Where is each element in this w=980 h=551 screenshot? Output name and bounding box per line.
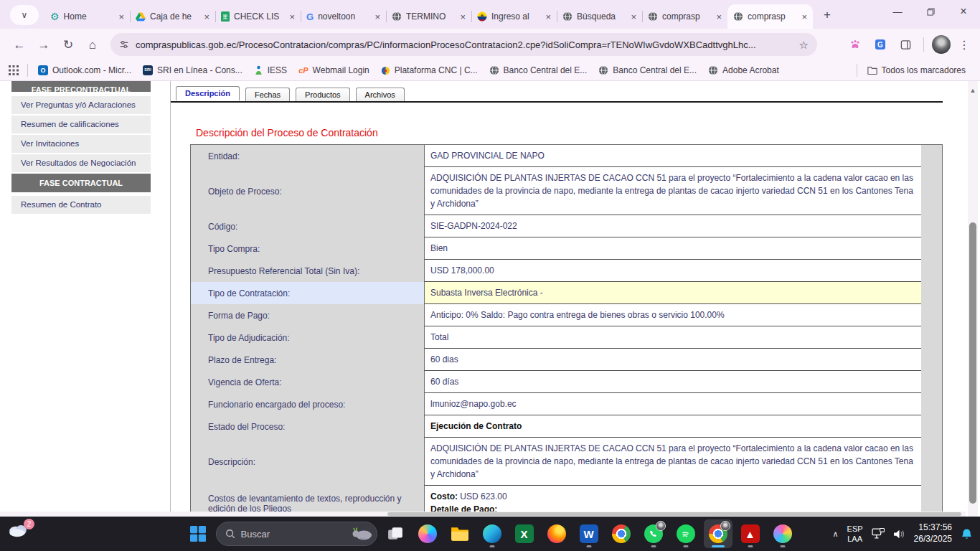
bookmark-item[interactable]: Banco Central del E... xyxy=(593,63,702,77)
tab-close-icon[interactable]: × xyxy=(204,12,209,22)
row-value: ADQUISICIÓN DE PLANTAS INJERTAS DE CACAO… xyxy=(424,438,921,486)
tab-close-icon[interactable]: × xyxy=(289,12,295,22)
tab-close-icon[interactable]: × xyxy=(374,12,380,22)
browser-tab[interactable]: TERMINO× xyxy=(386,4,471,29)
content-tab[interactable]: Fechas xyxy=(245,88,290,101)
copilot-icon xyxy=(418,524,437,543)
browser-tab[interactable]: ⚙Home× xyxy=(44,4,130,29)
content-tab[interactable]: Archivos xyxy=(356,88,405,101)
sidebar-item[interactable]: Ver Invitaciones xyxy=(11,135,151,153)
excel-taskbar-icon[interactable]: X xyxy=(510,519,539,548)
running-indicator xyxy=(489,545,494,547)
tab-close-icon[interactable]: × xyxy=(801,12,807,22)
bookmark-item[interactable]: Plataforma CNC | C... xyxy=(375,63,484,77)
tab-close-icon[interactable]: × xyxy=(545,12,551,22)
search-placeholder: Buscar xyxy=(241,529,345,540)
profile-avatar[interactable] xyxy=(932,35,951,54)
bookmark-item[interactable]: OOutlook.com - Micr... xyxy=(32,63,137,77)
task-view-taskbar-icon[interactable] xyxy=(381,519,410,548)
tab-close-icon[interactable]: × xyxy=(631,12,636,22)
address-bar[interactable]: compraspublicas.gob.ec/ProcesoContrataci… xyxy=(110,33,817,56)
browser-tab[interactable]: Búsqueda× xyxy=(557,4,642,29)
apps-grid-icon[interactable] xyxy=(9,65,19,75)
tune-icon[interactable] xyxy=(119,39,129,50)
word-taskbar-icon[interactable]: W xyxy=(575,519,603,548)
windows-icon xyxy=(190,526,206,542)
notifications-bell-icon[interactable] xyxy=(961,528,973,540)
acrobat-taskbar-icon[interactable]: ▲ xyxy=(736,519,765,548)
browser-tab[interactable]: comprasp× xyxy=(727,4,813,29)
copilot-taskbar-icon[interactable] xyxy=(413,519,442,548)
home-button[interactable]: ⌂ xyxy=(80,32,105,57)
extension-paw-icon[interactable] xyxy=(845,34,865,55)
chrome-taskbar-icon[interactable] xyxy=(607,519,636,548)
side-panel-icon[interactable] xyxy=(895,34,915,55)
paint-taskbar-icon[interactable] xyxy=(768,519,797,548)
forward-button[interactable]: → xyxy=(32,32,56,57)
clock-widget[interactable]: 15:37:56 26/3/2025 xyxy=(914,522,952,545)
content-tab[interactable]: Descripción xyxy=(176,86,240,101)
window-close-button[interactable]: × xyxy=(947,0,980,23)
clock-date: 26/3/2025 xyxy=(914,534,952,545)
browser-tab[interactable]: comprasp× xyxy=(642,4,727,29)
bookmark-label: Plataforma CNC | C... xyxy=(395,65,478,75)
page-title: Descripción del Proceso de Contratación xyxy=(190,103,943,144)
bookmark-item[interactable]: cPWebmail Login xyxy=(293,63,375,77)
spotify-taskbar-icon[interactable] xyxy=(672,519,700,548)
tab-close-icon[interactable]: × xyxy=(460,12,466,22)
start-button[interactable] xyxy=(184,519,212,548)
tab-close-icon[interactable]: × xyxy=(118,12,124,22)
horizontal-scrollbar[interactable] xyxy=(0,512,966,517)
row-value: GAD PROVINCIAL DE NAPO xyxy=(424,145,921,167)
reload-button[interactable]: ↻ xyxy=(56,32,80,57)
sidebar-item[interactable]: Ver Preguntas y/ó Aclaraciones xyxy=(11,96,151,114)
browser-tab[interactable]: Gnoveltoon× xyxy=(301,4,386,29)
file-explorer-taskbar-icon[interactable] xyxy=(446,519,474,548)
bookmarks-list: OOutlook.com - Micr...SRISRI en Línea - … xyxy=(32,63,785,77)
edge-taskbar-icon[interactable] xyxy=(478,519,507,548)
window-restore-button[interactable] xyxy=(914,0,947,23)
translate-icon[interactable]: G xyxy=(870,34,890,55)
window-minimize-button[interactable]: — xyxy=(881,0,914,23)
bookmark-star-icon[interactable]: ☆ xyxy=(799,39,809,50)
bookmark-item[interactable]: Banco Central del E... xyxy=(484,63,593,77)
sidebar-item[interactable]: Ver Resultados de Negociación xyxy=(11,154,151,172)
firefox-taskbar-icon[interactable] xyxy=(542,519,571,548)
bookmark-item[interactable]: Adobe Acrobat xyxy=(702,63,785,77)
back-button[interactable]: ← xyxy=(7,32,32,57)
outlook-icon: O xyxy=(38,65,48,75)
bookmark-item[interactable]: SRISRI en Línea - Cons... xyxy=(137,63,248,77)
sidebar-item[interactable]: Resumen de calificaciones xyxy=(11,116,151,133)
browser-menu-button[interactable]: ⋮ xyxy=(956,38,973,52)
tab-close-icon[interactable]: × xyxy=(716,12,722,22)
network-icon[interactable] xyxy=(872,528,885,540)
language-line2: LAA xyxy=(847,534,863,544)
table-row: Tipo de Contratación:Subasta Inversa Ele… xyxy=(191,282,942,304)
sidebar-item[interactable]: Resumen de Contrato xyxy=(11,196,151,214)
volume-icon[interactable] xyxy=(893,529,905,540)
weather-widget[interactable]: 2 xyxy=(7,522,36,546)
spotify-icon xyxy=(677,524,695,543)
whatsapp-taskbar-icon[interactable] xyxy=(639,519,668,548)
tray-chevron-up-icon[interactable]: ∧ xyxy=(833,529,839,539)
bookmark-item[interactable]: IESS xyxy=(248,63,293,77)
tab-title: Caja de he xyxy=(150,11,199,22)
taskbar-search[interactable]: Buscar xyxy=(216,522,377,546)
chrome-profile-taskbar-icon[interactable] xyxy=(704,519,732,548)
language-indicator[interactable]: ESP LAA xyxy=(847,524,863,545)
browser-tab[interactable]: Caja de he× xyxy=(130,4,215,29)
table-row: Descripción:ADQUISICIÓN DE PLANTAS INJER… xyxy=(191,438,942,486)
tab-search-button[interactable]: ∨ xyxy=(10,5,39,25)
scroll-up-arrow-icon[interactable]: ▲ xyxy=(968,87,978,94)
acrobat-icon: ▲ xyxy=(741,524,760,543)
bookmarks-divider xyxy=(27,64,28,77)
new-tab-button[interactable]: + xyxy=(817,5,837,25)
table-row: Plazo de Entrega:60 dias xyxy=(191,349,942,371)
content-tab[interactable]: Productos xyxy=(296,88,350,101)
all-bookmarks-button[interactable]: Todos los marcadores xyxy=(862,63,971,77)
vertical-scrollbar[interactable]: ▲ xyxy=(968,81,978,517)
browser-tab[interactable]: Ingreso al× xyxy=(471,4,557,29)
horizontal-scrollbar-thumb[interactable] xyxy=(387,512,961,516)
vertical-scrollbar-thumb[interactable] xyxy=(969,222,976,504)
browser-tab[interactable]: CHECK LIS× xyxy=(215,4,301,29)
